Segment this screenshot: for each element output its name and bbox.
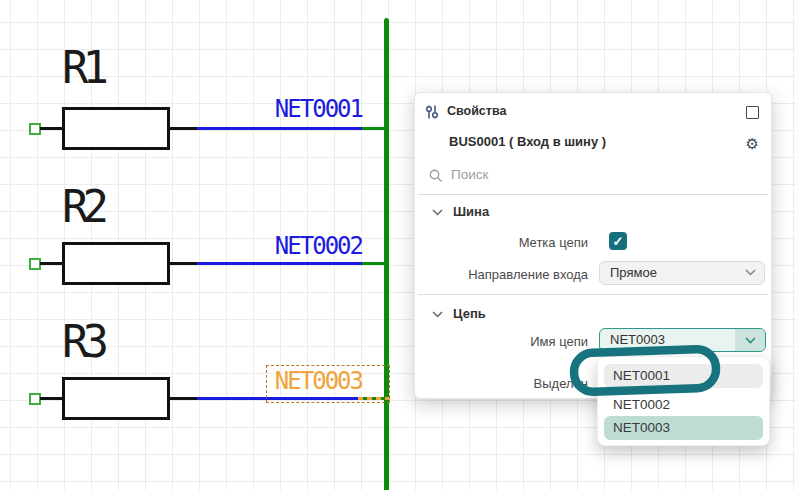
resistor-body-r1[interactable] xyxy=(62,107,170,150)
schematic-editor-canvas: { "schematic": { "components": [ {"ref":… xyxy=(0,0,796,490)
chevron-down-icon[interactable] xyxy=(432,209,443,216)
component-ref-r2[interactable]: R2 xyxy=(62,185,103,229)
net-label-net0002[interactable]: NET0002 xyxy=(232,234,362,258)
net-label-net0001[interactable]: NET0001 xyxy=(232,97,362,121)
dropdown-option-net0001[interactable]: NET0001 xyxy=(604,364,763,388)
net-name-value: NET0003 xyxy=(610,332,665,347)
component-ref-r1[interactable]: R1 xyxy=(62,46,103,90)
pin-left-r3 xyxy=(40,397,62,400)
divider xyxy=(418,194,768,195)
section-net[interactable]: Цепь xyxy=(453,306,486,321)
selection-label: Выделен xyxy=(423,376,588,391)
pin-left-r1 xyxy=(40,127,62,130)
bus-line[interactable] xyxy=(384,18,389,490)
bus-entry-net0002[interactable] xyxy=(362,262,384,265)
bus-entry-net0001[interactable] xyxy=(362,127,384,130)
pin-right-r3 xyxy=(170,397,197,400)
resistor-body-r2[interactable] xyxy=(62,242,170,285)
net-mark-checkbox[interactable]: ✓ xyxy=(609,232,627,250)
panel-title: Свойства xyxy=(447,104,506,118)
input-direction-select[interactable]: Прямое xyxy=(599,261,765,285)
divider xyxy=(418,294,768,295)
section-bus[interactable]: Шина xyxy=(453,204,489,219)
pin-left-r2 xyxy=(40,262,62,265)
search-input[interactable] xyxy=(449,166,653,183)
wire-net0002[interactable] xyxy=(197,262,362,265)
chevron-down-icon[interactable] xyxy=(432,311,443,318)
net-name-dropdown: NET0001 NET0002 NET0003 xyxy=(597,356,770,446)
input-direction-label: Направление входа xyxy=(423,267,588,282)
chevron-down-icon xyxy=(745,269,756,276)
net-name-label: Имя цепи xyxy=(423,334,588,349)
search-icon xyxy=(429,169,443,183)
popout-button[interactable] xyxy=(746,106,759,119)
net-name-select[interactable]: NET0003 xyxy=(599,328,766,352)
dropdown-option-net0003[interactable]: NET0003 xyxy=(604,416,763,440)
resistor-body-r3[interactable] xyxy=(62,377,170,420)
net-label-net0003[interactable]: NET0003 xyxy=(232,369,362,393)
pin-right-r1 xyxy=(170,127,197,130)
pin-right-r2 xyxy=(170,262,197,265)
gear-icon[interactable]: ⚙ xyxy=(746,136,759,151)
selected-object-title: BUS0001 ( Вход в шину ) xyxy=(449,134,606,149)
dropdown-option-net0002[interactable]: NET0002 xyxy=(604,393,763,417)
select-chevron-segment[interactable] xyxy=(735,329,765,351)
properties-panel: Свойства BUS0001 ( Вход в шину ) ⚙ Шина … xyxy=(414,92,772,399)
input-direction-value: Прямое xyxy=(610,265,657,280)
component-ref-r3[interactable]: R3 xyxy=(62,320,103,364)
wire-net0001[interactable] xyxy=(197,127,362,130)
net-mark-label: Метка цепи xyxy=(423,235,588,250)
sliders-icon xyxy=(424,104,440,120)
chevron-down-icon xyxy=(745,337,756,344)
